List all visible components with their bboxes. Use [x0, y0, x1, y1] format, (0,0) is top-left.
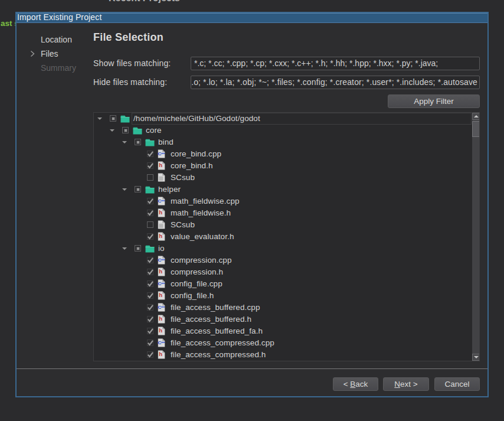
svg-text:h: h [159, 209, 162, 216]
svg-text:h: h [159, 233, 162, 239]
svg-text:C: C [158, 257, 162, 263]
svg-text:C: C [158, 305, 162, 310]
svg-text:h: h [159, 351, 162, 357]
svg-text:C: C [158, 198, 162, 204]
svg-text:h: h [159, 327, 162, 334]
svg-text:h: h [159, 162, 162, 168]
svg-text:h: h [159, 268, 162, 275]
svg-text:C: C [158, 340, 162, 345]
svg-text:h: h [159, 315, 162, 322]
svg-text:C: C [158, 281, 162, 286]
svg-text:h: h [159, 292, 162, 298]
svg-text:C: C [158, 151, 162, 156]
